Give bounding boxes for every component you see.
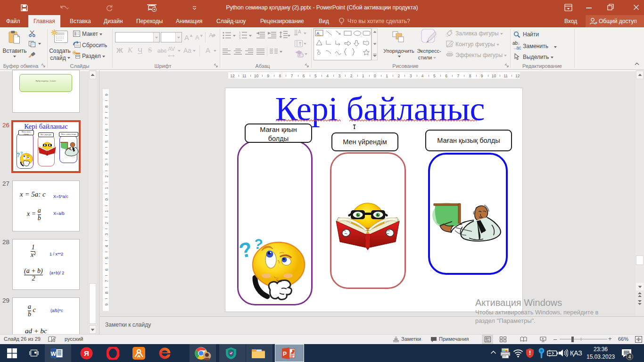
- svg-text:Я: Я: [84, 349, 89, 357]
- svg-text:A: A: [298, 29, 301, 34]
- svg-text:3: 3: [239, 37, 241, 40]
- svg-text:P: P: [283, 351, 287, 357]
- svg-text:?: ?: [237, 237, 254, 263]
- svg-text:?: ?: [17, 152, 20, 158]
- svg-text:W: W: [51, 351, 57, 357]
